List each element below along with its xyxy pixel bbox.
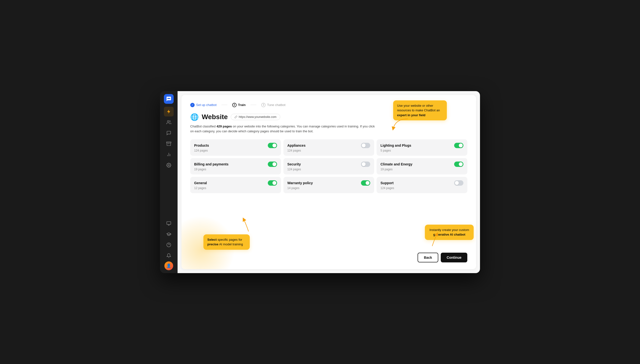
category-name: Climate and Energy — [381, 162, 412, 166]
sidebar-bottom: 👤 — [164, 218, 174, 270]
sidebar-item-analytics[interactable] — [164, 150, 174, 159]
category-pages: 124 pages — [194, 149, 277, 152]
lightning-icon — [166, 109, 171, 114]
category-pages: 19 pages — [381, 168, 463, 171]
step-divider-2 — [250, 105, 256, 105]
desc-bold: 429 pages — [217, 124, 232, 128]
step-train-num: 2 — [232, 103, 237, 107]
sidebar-item-users[interactable] — [164, 118, 174, 127]
category-header: General — [194, 180, 277, 186]
url-badge[interactable]: https://www.yourwebsite.com — [231, 114, 280, 120]
academy-icon — [166, 232, 171, 236]
step-setup-label: Set up chatbot — [196, 103, 217, 107]
sidebar-item-settings[interactable] — [164, 160, 174, 170]
gear-icon — [166, 163, 171, 168]
category-header: Support — [381, 180, 463, 186]
category-card-warranty-policy[interactable]: Warranty policy 14 pages — [283, 177, 374, 193]
globe-icon: 🌐 — [190, 113, 199, 121]
category-toggle[interactable] — [361, 180, 370, 186]
category-card-climate-and-energy[interactable]: Climate and Energy 19 pages — [377, 158, 467, 174]
category-toggle[interactable] — [454, 180, 463, 186]
user-avatar[interactable]: 👤 — [164, 262, 173, 270]
category-card-support[interactable]: Support 124 pages — [377, 177, 467, 193]
users-icon — [166, 120, 171, 125]
archive-icon — [166, 141, 171, 146]
category-pages: 5 pages — [381, 149, 463, 152]
bell-icon — [166, 253, 171, 258]
category-card-billing-and-payments[interactable]: Billing and payments 19 pages — [190, 158, 281, 174]
sidebar-item-academy[interactable] — [164, 229, 174, 239]
category-name: Billing and payments — [194, 162, 228, 166]
logo-icon — [166, 96, 171, 102]
category-pages: 124 pages — [381, 186, 463, 190]
category-card-lighting-and-plugs[interactable]: Lighting and Plugs 5 pages — [377, 139, 467, 156]
category-header: Products — [194, 143, 277, 148]
sidebar-item-archive[interactable] — [164, 139, 174, 148]
category-pages: 14 pages — [287, 186, 370, 190]
category-header: Security — [287, 162, 370, 167]
category-header: Lighting and Plugs — [381, 143, 463, 148]
content-panel: ✓ Set up chatbot 2 Train 3 Tune chatbot — [181, 95, 476, 269]
tooltip-bl-text2: AI model training — [218, 242, 243, 246]
sidebar: 👤 — [160, 91, 178, 273]
screen-wrapper: 👤 ✓ Set up chatbot 2 Train — [160, 91, 480, 273]
page-description: ChatBot classified 429 pages on your web… — [190, 124, 376, 134]
tooltip-bl-bold-select: Select — [207, 238, 217, 242]
category-header: Appliances — [287, 143, 370, 148]
svg-point-6 — [168, 164, 170, 166]
step-train: 2 Train — [232, 103, 246, 107]
category-pages: 12 pages — [194, 186, 277, 190]
category-name: Warranty policy — [287, 181, 313, 185]
category-name: Support — [381, 181, 394, 185]
back-button[interactable]: Back — [418, 253, 438, 262]
tooltip-top-text1: Use your website or other resources to m… — [397, 104, 440, 112]
sidebar-item-conversations[interactable] — [164, 128, 174, 138]
category-toggle[interactable] — [268, 143, 277, 148]
category-card-security[interactable]: Security 124 pages — [283, 158, 374, 174]
help-icon — [166, 242, 171, 247]
svg-rect-1 — [167, 142, 171, 143]
svg-rect-7 — [167, 222, 171, 224]
step-divider-1 — [221, 105, 227, 105]
category-name: Security — [287, 162, 301, 166]
category-header: Climate and Energy — [381, 162, 463, 167]
bottom-buttons: Back Continue — [418, 253, 467, 262]
step-train-label: Train — [238, 103, 246, 107]
category-pages: 19 pages — [194, 168, 277, 171]
sidebar-item-notifications[interactable] — [164, 251, 174, 260]
url-text: https://www.yourwebsite.com — [239, 115, 276, 119]
arrow-top-svg — [391, 116, 410, 131]
category-name: Appliances — [287, 144, 305, 148]
category-toggle[interactable] — [268, 180, 277, 186]
tooltip-br-text1: Instantly create your custom — [430, 228, 469, 232]
arrow-bottom-left-svg — [239, 217, 253, 234]
category-header: Billing and payments — [194, 162, 277, 167]
widget-icon — [166, 221, 171, 226]
svg-point-0 — [167, 120, 169, 122]
step-setup: ✓ Set up chatbot — [190, 103, 217, 107]
category-name: Products — [194, 144, 209, 148]
arrow-bottom-right-svg — [425, 232, 440, 248]
sidebar-item-help[interactable] — [164, 240, 174, 250]
category-toggle[interactable] — [268, 162, 277, 167]
desc-part1: ChatBot classified — [190, 124, 217, 128]
category-toggle[interactable] — [454, 162, 463, 167]
category-toggle[interactable] — [361, 143, 370, 148]
sidebar-item-lightning[interactable] — [164, 107, 174, 116]
link-icon — [234, 116, 237, 118]
page-title: Website — [202, 113, 228, 121]
category-name: General — [194, 181, 207, 185]
category-name: Lighting and Plugs — [381, 144, 411, 148]
category-card-general[interactable]: General 12 pages — [190, 177, 281, 193]
category-toggle[interactable] — [454, 143, 463, 148]
step-tune: 3 Tune chatbot — [261, 103, 285, 107]
sidebar-item-widget[interactable] — [164, 218, 174, 228]
categories-grid: Products 124 pages Appliances 124 pages … — [190, 139, 467, 193]
step-check-icon: ✓ — [190, 103, 195, 107]
continue-button[interactable]: Continue — [441, 253, 467, 262]
category-card-appliances[interactable]: Appliances 124 pages — [283, 139, 374, 156]
category-toggle[interactable] — [361, 162, 370, 167]
category-card-products[interactable]: Products 124 pages — [190, 139, 281, 156]
tooltip-bottom-left: Select specific pages for precise AI mod… — [203, 234, 250, 250]
app-logo[interactable] — [164, 94, 174, 104]
